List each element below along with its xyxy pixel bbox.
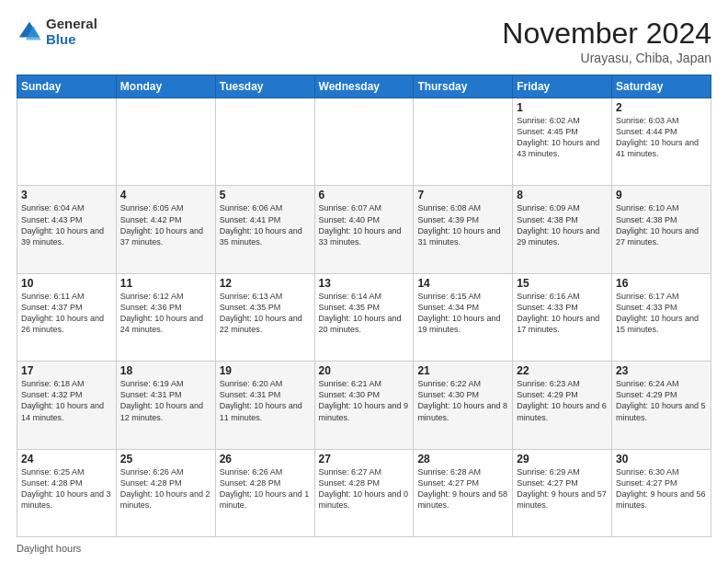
calendar-week-row: 10Sunrise: 6:11 AM Sunset: 4:37 PM Dayli… xyxy=(17,273,711,361)
header: General Blue November 2024 Urayasu, Chib… xyxy=(17,17,711,65)
calendar-week-row: 17Sunrise: 6:18 AM Sunset: 4:32 PM Dayli… xyxy=(17,362,711,449)
day-number: 7 xyxy=(417,189,508,201)
day-info: Sunrise: 6:21 AM Sunset: 4:30 PM Dayligh… xyxy=(319,379,409,421)
calendar-cell: 9Sunrise: 6:10 AM Sunset: 4:38 PM Daylig… xyxy=(612,186,711,273)
day-number: 23 xyxy=(616,364,707,377)
calendar-cell xyxy=(414,98,513,186)
calendar-week-row: 3Sunrise: 6:04 AM Sunset: 4:43 PM Daylig… xyxy=(17,186,711,273)
weekday-header-row: SundayMondayTuesdayWednesdayThursdayFrid… xyxy=(17,75,711,98)
calendar-cell: 8Sunrise: 6:09 AM Sunset: 4:38 PM Daylig… xyxy=(513,186,612,273)
calendar-cell: 11Sunrise: 6:12 AM Sunset: 4:36 PM Dayli… xyxy=(116,273,215,361)
day-info: Sunrise: 6:13 AM Sunset: 4:35 PM Dayligh… xyxy=(220,292,302,334)
calendar-cell: 25Sunrise: 6:26 AM Sunset: 4:28 PM Dayli… xyxy=(116,449,215,536)
day-info: Sunrise: 6:24 AM Sunset: 4:29 PM Dayligh… xyxy=(616,379,706,421)
footer: Daylight hours xyxy=(17,543,711,554)
day-info: Sunrise: 6:03 AM Sunset: 4:44 PM Dayligh… xyxy=(616,116,699,158)
day-number: 5 xyxy=(220,189,311,201)
day-info: Sunrise: 6:10 AM Sunset: 4:38 PM Dayligh… xyxy=(616,203,699,246)
day-info: Sunrise: 6:22 AM Sunset: 4:30 PM Dayligh… xyxy=(417,379,507,421)
logo: General Blue xyxy=(17,17,97,47)
calendar-cell xyxy=(116,98,215,186)
day-number: 12 xyxy=(220,277,311,290)
day-number: 18 xyxy=(120,364,211,377)
day-number: 25 xyxy=(120,453,211,465)
day-info: Sunrise: 6:14 AM Sunset: 4:35 PM Dayligh… xyxy=(319,292,402,334)
day-number: 20 xyxy=(319,364,410,377)
day-info: Sunrise: 6:26 AM Sunset: 4:28 PM Dayligh… xyxy=(220,467,310,510)
calendar-cell: 3Sunrise: 6:04 AM Sunset: 4:43 PM Daylig… xyxy=(17,186,117,273)
day-number: 16 xyxy=(616,277,707,290)
day-info: Sunrise: 6:07 AM Sunset: 4:40 PM Dayligh… xyxy=(319,203,402,246)
logo-icon xyxy=(17,19,42,45)
weekday-header: Sunday xyxy=(17,75,117,98)
calendar-week-row: 24Sunrise: 6:25 AM Sunset: 4:28 PM Dayli… xyxy=(17,449,711,536)
day-number: 29 xyxy=(517,453,608,465)
day-number: 13 xyxy=(319,277,410,290)
calendar-cell: 4Sunrise: 6:05 AM Sunset: 4:42 PM Daylig… xyxy=(116,186,215,273)
calendar-cell: 12Sunrise: 6:13 AM Sunset: 4:35 PM Dayli… xyxy=(215,273,314,361)
calendar-cell: 1Sunrise: 6:02 AM Sunset: 4:45 PM Daylig… xyxy=(513,98,612,186)
day-info: Sunrise: 6:08 AM Sunset: 4:39 PM Dayligh… xyxy=(417,203,500,246)
day-number: 27 xyxy=(319,453,410,465)
calendar-cell: 7Sunrise: 6:08 AM Sunset: 4:39 PM Daylig… xyxy=(414,186,513,273)
day-info: Sunrise: 6:30 AM Sunset: 4:27 PM Dayligh… xyxy=(616,467,706,510)
day-number: 22 xyxy=(517,364,608,377)
calendar-cell: 6Sunrise: 6:07 AM Sunset: 4:40 PM Daylig… xyxy=(314,186,414,273)
day-info: Sunrise: 6:04 AM Sunset: 4:43 PM Dayligh… xyxy=(21,203,104,246)
location: Urayasu, Chiba, Japan xyxy=(502,51,711,65)
day-info: Sunrise: 6:25 AM Sunset: 4:28 PM Dayligh… xyxy=(21,467,111,510)
calendar-cell: 24Sunrise: 6:25 AM Sunset: 4:28 PM Dayli… xyxy=(17,449,117,536)
day-info: Sunrise: 6:20 AM Sunset: 4:31 PM Dayligh… xyxy=(220,379,302,421)
calendar-cell: 23Sunrise: 6:24 AM Sunset: 4:29 PM Dayli… xyxy=(612,362,711,449)
day-number: 30 xyxy=(616,453,707,465)
calendar-cell: 20Sunrise: 6:21 AM Sunset: 4:30 PM Dayli… xyxy=(314,362,414,449)
calendar-cell: 15Sunrise: 6:16 AM Sunset: 4:33 PM Dayli… xyxy=(513,273,612,361)
calendar: SundayMondayTuesdayWednesdayThursdayFrid… xyxy=(17,75,711,537)
calendar-table: SundayMondayTuesdayWednesdayThursdayFrid… xyxy=(17,75,711,537)
day-info: Sunrise: 6:19 AM Sunset: 4:31 PM Dayligh… xyxy=(120,379,203,421)
calendar-cell xyxy=(215,98,314,186)
weekday-header: Tuesday xyxy=(215,75,314,98)
day-number: 17 xyxy=(21,364,112,377)
page: General Blue November 2024 Urayasu, Chib… xyxy=(0,0,728,563)
title-block: November 2024 Urayasu, Chiba, Japan xyxy=(502,17,711,65)
day-number: 10 xyxy=(21,277,112,290)
logo-blue: Blue xyxy=(46,32,97,48)
day-number: 1 xyxy=(517,101,608,114)
calendar-cell: 28Sunrise: 6:28 AM Sunset: 4:27 PM Dayli… xyxy=(414,449,513,536)
calendar-week-row: 1Sunrise: 6:02 AM Sunset: 4:45 PM Daylig… xyxy=(17,98,711,186)
day-info: Sunrise: 6:12 AM Sunset: 4:36 PM Dayligh… xyxy=(120,292,203,334)
calendar-cell: 2Sunrise: 6:03 AM Sunset: 4:44 PM Daylig… xyxy=(612,98,711,186)
calendar-cell: 22Sunrise: 6:23 AM Sunset: 4:29 PM Dayli… xyxy=(513,362,612,449)
day-info: Sunrise: 6:27 AM Sunset: 4:28 PM Dayligh… xyxy=(319,467,409,510)
calendar-cell xyxy=(314,98,414,186)
day-number: 9 xyxy=(616,189,707,201)
day-info: Sunrise: 6:15 AM Sunset: 4:34 PM Dayligh… xyxy=(417,292,500,334)
day-info: Sunrise: 6:18 AM Sunset: 4:32 PM Dayligh… xyxy=(21,379,104,421)
month-title: November 2024 xyxy=(502,17,711,51)
day-number: 8 xyxy=(517,189,608,201)
day-number: 15 xyxy=(517,277,608,290)
day-info: Sunrise: 6:02 AM Sunset: 4:45 PM Dayligh… xyxy=(517,116,599,158)
logo-general: General xyxy=(46,17,97,32)
calendar-cell: 17Sunrise: 6:18 AM Sunset: 4:32 PM Dayli… xyxy=(17,362,117,449)
calendar-cell: 16Sunrise: 6:17 AM Sunset: 4:33 PM Dayli… xyxy=(612,273,711,361)
calendar-cell: 5Sunrise: 6:06 AM Sunset: 4:41 PM Daylig… xyxy=(215,186,314,273)
weekday-header: Thursday xyxy=(414,75,513,98)
day-number: 4 xyxy=(120,189,211,201)
weekday-header: Wednesday xyxy=(314,75,414,98)
day-number: 24 xyxy=(21,453,112,465)
calendar-cell: 26Sunrise: 6:26 AM Sunset: 4:28 PM Dayli… xyxy=(215,449,314,536)
calendar-cell: 21Sunrise: 6:22 AM Sunset: 4:30 PM Dayli… xyxy=(414,362,513,449)
weekday-header: Saturday xyxy=(612,75,711,98)
day-number: 11 xyxy=(120,277,211,290)
day-info: Sunrise: 6:09 AM Sunset: 4:38 PM Dayligh… xyxy=(517,203,599,246)
day-number: 14 xyxy=(417,277,508,290)
calendar-cell: 30Sunrise: 6:30 AM Sunset: 4:27 PM Dayli… xyxy=(612,449,711,536)
day-info: Sunrise: 6:05 AM Sunset: 4:42 PM Dayligh… xyxy=(120,203,203,246)
day-info: Sunrise: 6:29 AM Sunset: 4:27 PM Dayligh… xyxy=(517,467,607,510)
calendar-cell: 13Sunrise: 6:14 AM Sunset: 4:35 PM Dayli… xyxy=(314,273,414,361)
footer-label: Daylight hours xyxy=(17,543,81,554)
calendar-cell xyxy=(17,98,117,186)
calendar-cell: 18Sunrise: 6:19 AM Sunset: 4:31 PM Dayli… xyxy=(116,362,215,449)
